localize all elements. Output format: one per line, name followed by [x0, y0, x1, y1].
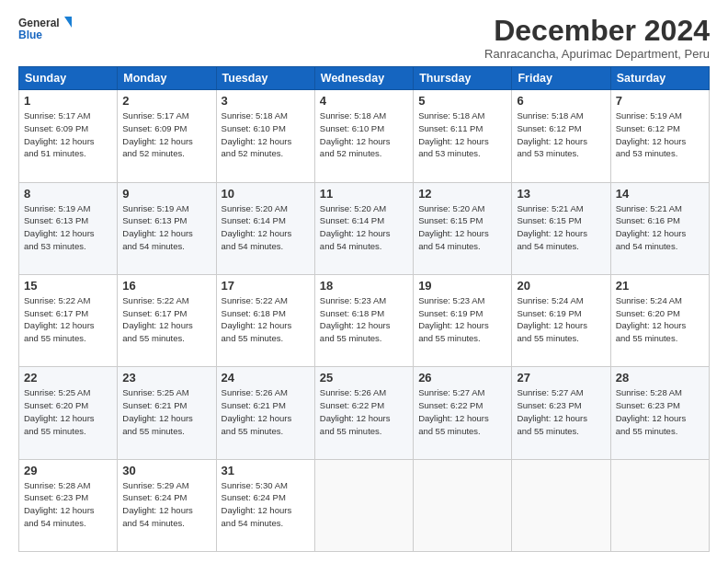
day-number: 23: [122, 371, 210, 385]
day-number: 16: [122, 279, 210, 293]
day-number: 17: [222, 279, 310, 293]
svg-text:General: General: [18, 17, 60, 29]
col-thursday: Thursday: [414, 67, 512, 90]
table-row: 25Sunrise: 5:26 AMSunset: 6:22 PMDayligh…: [314, 367, 413, 459]
table-row: 23Sunrise: 5:25 AMSunset: 6:21 PMDayligh…: [118, 367, 216, 459]
day-info: Sunrise: 5:18 AMSunset: 6:11 PMDaylight:…: [418, 109, 506, 160]
day-number: 26: [418, 371, 506, 385]
calendar-week-4: 22Sunrise: 5:25 AMSunset: 6:20 PMDayligh…: [19, 367, 710, 459]
table-row: 21Sunrise: 5:24 AMSunset: 6:20 PMDayligh…: [610, 274, 709, 366]
day-info: Sunrise: 5:26 AMSunset: 6:21 PMDaylight:…: [222, 386, 310, 437]
day-number: 19: [418, 279, 506, 293]
table-row: 15Sunrise: 5:22 AMSunset: 6:17 PMDayligh…: [19, 274, 118, 366]
table-row: 17Sunrise: 5:22 AMSunset: 6:18 PMDayligh…: [216, 274, 314, 366]
header: General Blue December 2024 Ranracancha, …: [18, 15, 710, 61]
day-number: 31: [222, 464, 310, 477]
table-row: 30Sunrise: 5:29 AMSunset: 6:24 PMDayligh…: [118, 459, 216, 551]
subtitle: Ranracancha, Apurimac Department, Peru: [484, 47, 710, 61]
day-number: 21: [616, 279, 704, 293]
day-number: 9: [122, 187, 210, 201]
day-number: 25: [320, 371, 408, 385]
table-row: 28Sunrise: 5:28 AMSunset: 6:23 PMDayligh…: [610, 367, 709, 459]
day-info: Sunrise: 5:22 AMSunset: 6:17 PMDaylight:…: [24, 294, 112, 345]
table-row: 3Sunrise: 5:18 AMSunset: 6:10 PMDaylight…: [216, 90, 314, 182]
day-info: Sunrise: 5:20 AMSunset: 6:14 PMDaylight:…: [222, 202, 310, 253]
day-info: Sunrise: 5:24 AMSunset: 6:19 PMDaylight:…: [517, 294, 605, 345]
day-number: 28: [616, 371, 704, 385]
table-row: 4Sunrise: 5:18 AMSunset: 6:10 PMDaylight…: [314, 90, 413, 182]
day-info: Sunrise: 5:29 AMSunset: 6:24 PMDaylight:…: [122, 479, 210, 530]
day-number: 5: [418, 94, 506, 108]
day-number: 7: [616, 94, 704, 108]
table-row: [512, 459, 610, 551]
day-info: Sunrise: 5:24 AMSunset: 6:20 PMDaylight:…: [616, 294, 704, 345]
col-sunday: Sunday: [19, 67, 118, 90]
day-number: 10: [222, 187, 310, 201]
col-saturday: Saturday: [610, 67, 709, 90]
table-row: 13Sunrise: 5:21 AMSunset: 6:15 PMDayligh…: [512, 182, 610, 274]
svg-marker-2: [64, 17, 72, 28]
day-number: 27: [517, 371, 605, 385]
table-row: 9Sunrise: 5:19 AMSunset: 6:13 PMDaylight…: [118, 182, 216, 274]
table-row: 7Sunrise: 5:19 AMSunset: 6:12 PMDaylight…: [610, 90, 709, 182]
day-info: Sunrise: 5:19 AMSunset: 6:13 PMDaylight:…: [122, 202, 210, 253]
calendar-week-3: 15Sunrise: 5:22 AMSunset: 6:17 PMDayligh…: [19, 274, 710, 366]
day-number: 18: [320, 279, 408, 293]
day-number: 3: [222, 94, 310, 108]
table-row: 10Sunrise: 5:20 AMSunset: 6:14 PMDayligh…: [216, 182, 314, 274]
day-info: Sunrise: 5:23 AMSunset: 6:18 PMDaylight:…: [320, 294, 408, 345]
day-number: 30: [122, 464, 210, 477]
table-row: 5Sunrise: 5:18 AMSunset: 6:11 PMDaylight…: [414, 90, 512, 182]
day-info: Sunrise: 5:17 AMSunset: 6:09 PMDaylight:…: [24, 109, 112, 160]
day-number: 4: [320, 94, 408, 108]
day-number: 13: [517, 187, 605, 201]
day-info: Sunrise: 5:20 AMSunset: 6:14 PMDaylight:…: [320, 202, 408, 253]
logo: General Blue: [18, 15, 74, 42]
day-info: Sunrise: 5:30 AMSunset: 6:24 PMDaylight:…: [222, 479, 310, 530]
day-info: Sunrise: 5:19 AMSunset: 6:13 PMDaylight:…: [24, 202, 112, 253]
table-row: 11Sunrise: 5:20 AMSunset: 6:14 PMDayligh…: [314, 182, 413, 274]
table-row: 6Sunrise: 5:18 AMSunset: 6:12 PMDaylight…: [512, 90, 610, 182]
day-info: Sunrise: 5:26 AMSunset: 6:22 PMDaylight:…: [320, 386, 408, 437]
day-number: 15: [24, 279, 112, 293]
table-row: 29Sunrise: 5:28 AMSunset: 6:23 PMDayligh…: [19, 459, 118, 551]
logo-icon: General Blue: [18, 15, 74, 42]
col-wednesday: Wednesday: [314, 67, 413, 90]
day-info: Sunrise: 5:27 AMSunset: 6:23 PMDaylight:…: [517, 386, 605, 437]
col-monday: Monday: [118, 67, 216, 90]
calendar-week-2: 8Sunrise: 5:19 AMSunset: 6:13 PMDaylight…: [19, 182, 710, 274]
day-info: Sunrise: 5:19 AMSunset: 6:12 PMDaylight:…: [616, 109, 704, 160]
day-info: Sunrise: 5:21 AMSunset: 6:15 PMDaylight:…: [517, 202, 605, 253]
day-number: 14: [616, 187, 704, 201]
table-row: 2Sunrise: 5:17 AMSunset: 6:09 PMDaylight…: [118, 90, 216, 182]
table-row: 31Sunrise: 5:30 AMSunset: 6:24 PMDayligh…: [216, 459, 314, 551]
day-info: Sunrise: 5:20 AMSunset: 6:15 PMDaylight:…: [418, 202, 506, 253]
col-friday: Friday: [512, 67, 610, 90]
page: General Blue December 2024 Ranracancha, …: [0, 0, 728, 563]
day-number: 12: [418, 187, 506, 201]
table-row: 14Sunrise: 5:21 AMSunset: 6:16 PMDayligh…: [610, 182, 709, 274]
day-info: Sunrise: 5:18 AMSunset: 6:12 PMDaylight:…: [517, 109, 605, 160]
table-row: 1Sunrise: 5:17 AMSunset: 6:09 PMDaylight…: [19, 90, 118, 182]
table-row: 22Sunrise: 5:25 AMSunset: 6:20 PMDayligh…: [19, 367, 118, 459]
table-row: 27Sunrise: 5:27 AMSunset: 6:23 PMDayligh…: [512, 367, 610, 459]
table-row: [610, 459, 709, 551]
day-number: 6: [517, 94, 605, 108]
day-number: 2: [122, 94, 210, 108]
day-info: Sunrise: 5:27 AMSunset: 6:22 PMDaylight:…: [418, 386, 506, 437]
calendar-week-5: 29Sunrise: 5:28 AMSunset: 6:23 PMDayligh…: [19, 459, 710, 551]
day-number: 29: [24, 464, 112, 477]
month-title: December 2024: [484, 15, 710, 47]
table-row: 26Sunrise: 5:27 AMSunset: 6:22 PMDayligh…: [414, 367, 512, 459]
day-info: Sunrise: 5:21 AMSunset: 6:16 PMDaylight:…: [616, 202, 704, 253]
day-number: 1: [24, 94, 112, 108]
day-number: 24: [222, 371, 310, 385]
calendar-header-row: Sunday Monday Tuesday Wednesday Thursday…: [19, 67, 710, 90]
day-info: Sunrise: 5:22 AMSunset: 6:17 PMDaylight:…: [122, 294, 210, 345]
day-info: Sunrise: 5:22 AMSunset: 6:18 PMDaylight:…: [222, 294, 310, 345]
table-row: 8Sunrise: 5:19 AMSunset: 6:13 PMDaylight…: [19, 182, 118, 274]
day-number: 11: [320, 187, 408, 201]
day-info: Sunrise: 5:23 AMSunset: 6:19 PMDaylight:…: [418, 294, 506, 345]
table-row: 20Sunrise: 5:24 AMSunset: 6:19 PMDayligh…: [512, 274, 610, 366]
day-info: Sunrise: 5:25 AMSunset: 6:21 PMDaylight:…: [122, 386, 210, 437]
